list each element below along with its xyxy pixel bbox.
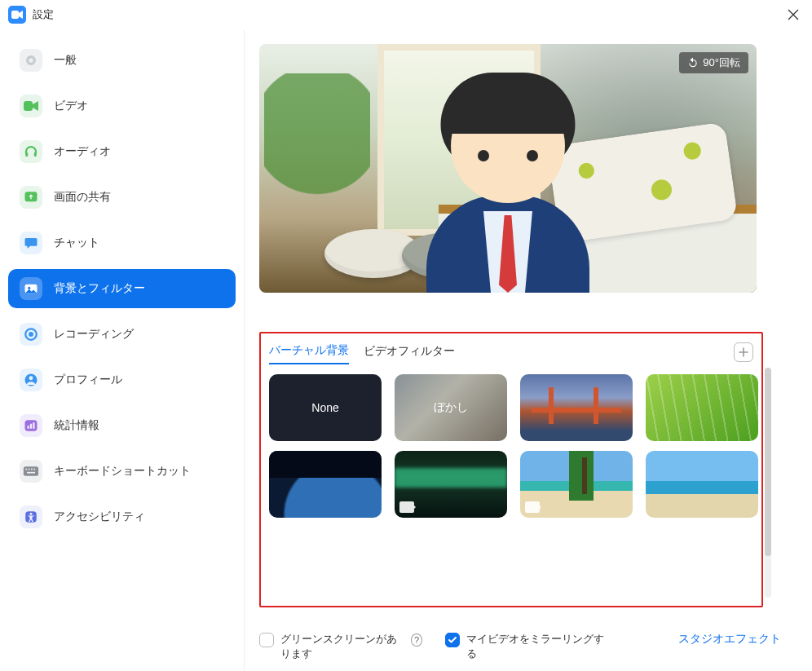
bg-thumb-earth[interactable] [269,451,382,518]
svg-rect-16 [33,422,34,429]
background-grid: None ぼかし [269,374,753,594]
sidebar-item-chat[interactable]: チャット [8,223,236,263]
svg-rect-21 [33,469,35,470]
titlebar: 設定 [0,0,812,29]
sidebar-item-label: 背景とフィルター [54,281,145,296]
video-preview: 90°回転 [259,44,757,293]
sidebar-item-label: 画面の共有 [54,190,111,205]
sidebar: 一般 ビデオ オーディオ 画面の共有 チャット [0,29,245,671]
bg-thumb-label: ぼかし [434,400,468,415]
svg-rect-5 [34,152,37,157]
studio-effects-link[interactable]: スタジオエフェクト [678,632,781,647]
sidebar-item-label: キーボードショートカット [54,464,191,479]
sidebar-item-audio[interactable]: オーディオ [8,132,236,171]
sidebar-item-label: プロフィール [54,373,122,387]
green-screen-option[interactable]: グリーンスクリーンがあります ? [259,632,422,661]
sidebar-item-label: 統計情報 [54,418,99,433]
bg-thumb-none[interactable]: None [269,374,382,441]
sidebar-item-label: チャット [54,236,99,250]
bg-thumb-bridge[interactable] [520,374,633,441]
backgrounds-section: バーチャル背景 ビデオフィルター None ぼかし [259,332,763,607]
svg-rect-20 [31,469,33,470]
gear-icon [20,49,42,72]
preview-avatar [422,73,594,293]
mirror-video-option[interactable]: マイビデオをミラーリングする [445,632,608,661]
stats-icon [20,414,42,437]
rotate-90-button[interactable]: 90°回転 [679,52,748,73]
background-filter-icon [20,277,42,300]
sidebar-item-label: 一般 [54,53,77,68]
sidebar-item-background-filters[interactable]: 背景とフィルター [8,269,236,308]
tab-video-filter[interactable]: ビデオフィルター [364,341,455,364]
video-icon [20,95,42,117]
sidebar-item-video[interactable]: ビデオ [8,86,236,126]
sidebar-item-accessibility[interactable]: アクセシビリティ [8,497,236,536]
sidebar-item-label: オーディオ [54,144,111,159]
app-icon [8,6,26,24]
sidebar-item-keyboard-shortcuts[interactable]: キーボードショートカット [8,452,236,491]
sidebar-item-label: アクセシビリティ [54,510,145,524]
svg-point-24 [30,513,33,515]
sidebar-item-profile[interactable]: プロフィール [8,360,236,400]
headset-icon [20,140,42,163]
help-icon[interactable]: ? [411,633,422,647]
plus-icon [738,347,749,358]
checkbox-unchecked-icon[interactable] [259,633,274,647]
scrollbar-thumb[interactable] [765,368,771,556]
svg-rect-22 [27,472,35,474]
profile-icon [20,369,42,391]
sidebar-item-recording[interactable]: レコーディング [8,315,236,354]
bg-tabs: バーチャル背景 ビデオフィルター [269,340,753,364]
close-button[interactable] [783,9,804,20]
bg-thumb-blur[interactable]: ぼかし [395,374,507,441]
sidebar-item-general[interactable]: 一般 [8,41,236,80]
bg-thumb-grass[interactable] [646,374,758,441]
svg-point-2 [29,58,33,62]
bg-thumb-beach[interactable] [646,451,758,518]
svg-rect-0 [11,11,19,19]
svg-rect-19 [29,469,30,470]
accessibility-icon [20,505,42,528]
sidebar-item-label: ビデオ [54,99,88,113]
record-icon [20,323,42,346]
svg-rect-15 [30,424,32,429]
svg-rect-4 [25,152,28,157]
scrollbar[interactable] [765,368,771,598]
bg-thumb-label: None [311,401,338,414]
footer-options: グリーンスクリーンがあります ? マイビデオをミラーリングする スタジオエフェク… [259,607,781,661]
rotate-icon [687,57,699,68]
bg-thumb-aurora[interactable] [395,451,507,518]
window-title: 設定 [33,7,54,22]
rotate-label: 90°回転 [703,55,740,70]
green-screen-label: グリーンスクリーンがあります [280,632,404,661]
tab-virtual-background[interactable]: バーチャル背景 [269,340,349,364]
mirror-video-label: マイビデオをミラーリングする [466,632,608,661]
video-badge-icon [399,501,414,513]
svg-rect-14 [28,426,29,429]
svg-rect-18 [25,469,27,470]
sidebar-item-statistics[interactable]: 統計情報 [8,406,236,445]
keyboard-icon [20,460,42,483]
sidebar-item-label: レコーディング [54,327,134,342]
svg-point-12 [29,376,33,380]
svg-point-8 [28,287,30,289]
video-badge-icon [525,501,540,513]
checkbox-checked-icon[interactable] [445,633,460,647]
sidebar-item-share-screen[interactable]: 画面の共有 [8,178,236,217]
content-area: 90°回転 バーチャル背景 ビデオフィルター None ぼかし [245,29,812,671]
svg-point-10 [29,332,33,337]
add-background-button[interactable] [734,342,753,362]
bg-thumb-beach-palm[interactable] [520,451,633,518]
chat-icon [20,232,42,254]
svg-rect-3 [24,101,33,111]
share-screen-icon [20,186,42,209]
svg-rect-17 [24,466,38,476]
